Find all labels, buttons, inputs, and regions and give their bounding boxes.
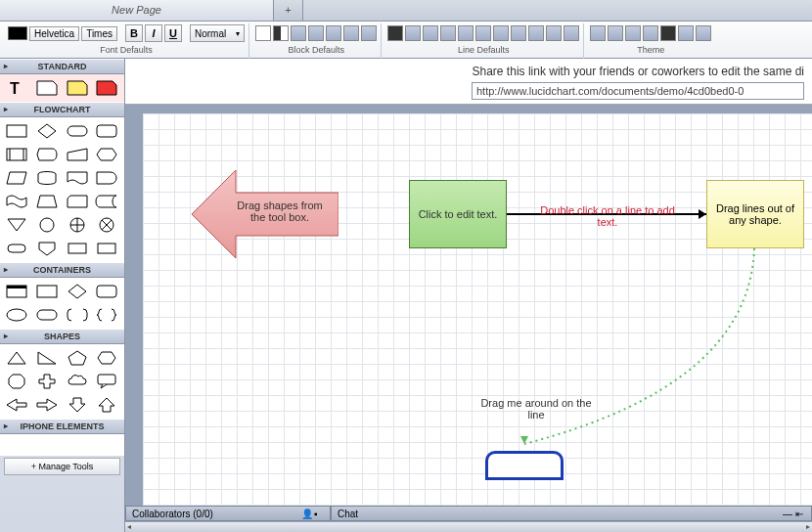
collaborators-panel[interactable]: Collaborators (0/0) 👤▪ bbox=[125, 506, 331, 521]
theme-7[interactable] bbox=[696, 25, 711, 41]
drag-label[interactable]: Drag me around on the line bbox=[477, 397, 595, 421]
sh-cloud[interactable] bbox=[64, 371, 91, 392]
italic-button[interactable]: I bbox=[145, 24, 162, 42]
font-size-select[interactable]: Normal bbox=[190, 24, 245, 42]
drawing-canvas[interactable]: Drag shapes from the tool box. Click to … bbox=[143, 113, 812, 509]
theme-5[interactable] bbox=[660, 25, 676, 41]
sh-oct[interactable] bbox=[3, 371, 30, 392]
chat-panel[interactable]: Chat —⇤ bbox=[331, 506, 812, 521]
sh-arr-l[interactable] bbox=[3, 394, 30, 416]
ip-2[interactable] bbox=[27, 437, 49, 453]
tab-add[interactable]: + bbox=[274, 0, 303, 21]
theme-1[interactable] bbox=[590, 25, 606, 41]
ct-pill[interactable] bbox=[33, 304, 61, 326]
block-preset-3[interactable] bbox=[326, 25, 341, 41]
line-arrow-1[interactable] bbox=[528, 25, 544, 41]
block-preset-2[interactable] bbox=[308, 25, 324, 41]
shape-arrow-red[interactable]: Drag shapes from the tool box. bbox=[192, 170, 338, 258]
shape-blue-box[interactable] bbox=[485, 451, 564, 480]
fc-hex[interactable] bbox=[93, 144, 120, 165]
fc-blank2[interactable] bbox=[93, 238, 120, 259]
fc-trap[interactable] bbox=[33, 191, 61, 212]
line-arrow-3[interactable] bbox=[564, 25, 579, 41]
shape-note-red[interactable] bbox=[93, 77, 120, 99]
line-style-3[interactable] bbox=[440, 25, 456, 41]
sh-arr-u[interactable] bbox=[93, 394, 120, 416]
sh-arr-r[interactable] bbox=[33, 394, 61, 416]
shape-rect-green[interactable]: Click to edit text. bbox=[409, 180, 507, 248]
fc-term[interactable] bbox=[3, 238, 30, 259]
cat-standard[interactable]: STANDARD bbox=[0, 59, 124, 74]
shape-note-yellow[interactable] bbox=[64, 77, 91, 99]
block-preset-5[interactable] bbox=[361, 25, 377, 41]
tab-new-page[interactable]: New Page bbox=[0, 0, 274, 21]
fc-input[interactable] bbox=[64, 144, 91, 165]
theme-3[interactable] bbox=[625, 25, 641, 41]
underline-button[interactable]: U bbox=[164, 24, 182, 42]
ip-1[interactable] bbox=[3, 437, 24, 453]
fc-display[interactable] bbox=[33, 144, 61, 165]
theme-4[interactable] bbox=[643, 25, 658, 41]
line-style-2[interactable] bbox=[423, 25, 438, 41]
line-style-4[interactable] bbox=[458, 25, 474, 41]
sh-pent[interactable] bbox=[64, 347, 91, 369]
fc-diamond[interactable] bbox=[33, 120, 61, 142]
line-style-5[interactable] bbox=[475, 25, 491, 41]
shape-rect-yellow[interactable]: Drag lines out of any shape. bbox=[706, 180, 804, 248]
fc-tri[interactable] bbox=[3, 214, 30, 236]
font-times[interactable]: Times bbox=[81, 26, 117, 41]
block-preset-1[interactable] bbox=[291, 25, 306, 41]
theme-2[interactable] bbox=[608, 25, 623, 41]
sh-tri[interactable] bbox=[3, 347, 30, 369]
shape-text[interactable]: T bbox=[3, 77, 30, 99]
sh-rtri[interactable] bbox=[33, 347, 61, 369]
line-style-1[interactable] bbox=[405, 25, 421, 41]
sh-hex[interactable] bbox=[93, 347, 120, 369]
cat-containers[interactable]: CONTAINERS bbox=[0, 262, 124, 278]
ct-round[interactable] bbox=[93, 281, 120, 302]
cat-iphone[interactable]: IPHONE ELEMENTS bbox=[0, 419, 124, 434]
fc-stored[interactable] bbox=[93, 191, 120, 212]
connector-label[interactable]: Double click on a line to add text. bbox=[534, 204, 681, 228]
sh-callout[interactable] bbox=[93, 371, 120, 392]
fc-wave[interactable] bbox=[3, 191, 30, 212]
sh-plus[interactable] bbox=[33, 371, 61, 392]
theme-6[interactable] bbox=[678, 25, 694, 41]
fc-off[interactable] bbox=[33, 238, 61, 259]
fc-round[interactable] bbox=[93, 120, 120, 142]
share-url-input[interactable] bbox=[472, 82, 804, 100]
ip-4[interactable] bbox=[75, 437, 97, 453]
fc-para[interactable] bbox=[3, 167, 30, 189]
fc-doc[interactable] bbox=[64, 167, 91, 189]
block-preset-4[interactable] bbox=[343, 25, 359, 41]
horizontal-scrollbar[interactable] bbox=[125, 521, 812, 532]
sh-arr-d[interactable] bbox=[64, 394, 91, 416]
fc-blank1[interactable] bbox=[64, 238, 91, 259]
fc-cyl[interactable] bbox=[33, 167, 61, 189]
font-helvetica[interactable]: Helvetica bbox=[29, 26, 79, 41]
fc-double[interactable] bbox=[3, 144, 30, 165]
fc-pill[interactable] bbox=[64, 120, 91, 142]
fc-card[interactable] bbox=[64, 191, 91, 212]
fc-rect[interactable] bbox=[3, 120, 30, 142]
ct-oval[interactable] bbox=[3, 304, 30, 326]
cat-shapes[interactable]: SHAPES bbox=[0, 329, 124, 344]
ip-3[interactable] bbox=[51, 437, 72, 453]
line-color[interactable] bbox=[387, 25, 403, 41]
ct-bracket[interactable] bbox=[64, 304, 91, 326]
fc-circ[interactable] bbox=[33, 214, 61, 236]
line-style-6[interactable] bbox=[493, 25, 509, 41]
connector-dotted[interactable] bbox=[515, 248, 769, 454]
ct-dia[interactable] bbox=[64, 281, 91, 302]
ip-5[interactable] bbox=[99, 437, 120, 453]
line-arrow-2[interactable] bbox=[546, 25, 562, 41]
ct-brace[interactable] bbox=[93, 304, 120, 326]
ct-frame[interactable] bbox=[3, 281, 30, 302]
ct-rect[interactable] bbox=[33, 281, 61, 302]
fill-white[interactable] bbox=[255, 25, 271, 41]
bold-button[interactable]: B bbox=[125, 24, 143, 42]
fc-or[interactable] bbox=[93, 214, 120, 236]
line-style-7[interactable] bbox=[511, 25, 526, 41]
fill-gradient[interactable] bbox=[273, 25, 289, 41]
shape-note-white[interactable] bbox=[33, 77, 61, 99]
